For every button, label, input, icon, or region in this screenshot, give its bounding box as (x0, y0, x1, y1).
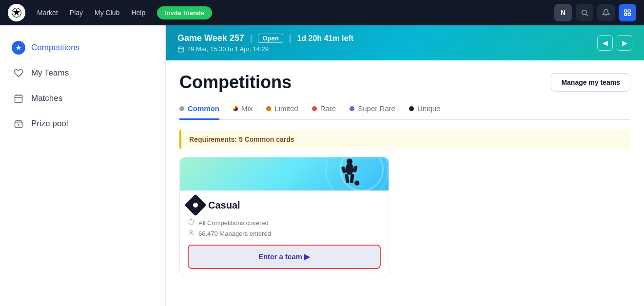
calendar-icon (177, 46, 184, 53)
gameweek-banner: Game Week 257 | Open | 1d 20h 41m left 2… (166, 25, 644, 60)
search-button[interactable] (576, 4, 593, 21)
tab-common[interactable]: Common (179, 104, 219, 120)
tab-unique[interactable]: Unique (409, 104, 441, 120)
svg-line-4 (586, 14, 588, 16)
invite-friends-button[interactable]: Invite friends (157, 6, 212, 19)
menu-button[interactable] (619, 4, 636, 21)
page-header: Competitions Manage my teams (179, 72, 630, 93)
svg-point-27 (190, 230, 193, 233)
card-body: Casual All Competitions covered (180, 191, 389, 276)
competition-card-casual: Casual All Competitions covered (179, 157, 389, 276)
svg-rect-16 (178, 47, 184, 52)
competitions-icon (12, 41, 25, 55)
coverage-row: All Competitions covered (188, 219, 381, 227)
nav-links: Market Play My Club Help Invite friends (37, 6, 543, 19)
top-navigation: Market Play My Club Help Invite friends … (0, 0, 644, 25)
mix-dot (233, 106, 238, 111)
limited-dot (266, 106, 271, 111)
main-layout: Competitions My Teams Matches (0, 25, 644, 306)
topnav-right: N (554, 4, 636, 21)
sidebar-item-competitions[interactable]: Competitions (0, 35, 165, 60)
main-content: Game Week 257 | Open | 1d 20h 41m left 2… (166, 25, 644, 306)
tab-super-rare[interactable]: Super Rare (350, 104, 395, 120)
svg-rect-5 (624, 10, 627, 12)
gameweek-name: Game Week 257 (177, 33, 244, 43)
nav-market[interactable]: Market (37, 9, 58, 17)
managers-row: 66,470 Managers entered (188, 230, 381, 238)
card-name-row: Casual (188, 197, 381, 213)
app-logo (8, 4, 25, 21)
gameweek-status: Open (258, 34, 283, 43)
shield-icon (188, 219, 195, 227)
prev-gameweek-button[interactable]: ◀ (597, 35, 613, 51)
notification-button[interactable] (597, 4, 615, 21)
card-meta: All Competitions covered 66,470 Managers… (188, 219, 381, 238)
gameweek-nav-arrows: ◀ ▶ (597, 35, 632, 51)
gameweek-info: Game Week 257 | Open | 1d 20h 41m left 2… (177, 33, 353, 53)
competition-tabs: Common Mix Limited Rare Super Rare (179, 104, 630, 120)
unique-dot (409, 106, 414, 111)
sidebar-prizepool-label: Prize pool (31, 119, 68, 129)
sidebar-item-myteams[interactable]: My Teams (0, 60, 165, 86)
card-name: Casual (208, 200, 240, 211)
svg-rect-7 (624, 13, 627, 16)
enter-team-button[interactable]: Enter a team ▶ (188, 245, 381, 269)
svg-rect-6 (628, 10, 630, 12)
sidebar-item-matches[interactable]: Matches (0, 86, 165, 111)
gameweek-time-left: 1d 20h 41m left (297, 34, 353, 43)
gameweek-date: 29 Mar, 15:30 to 1 Apr, 14:29 (177, 45, 353, 53)
person-icon (188, 230, 195, 238)
user-avatar-button[interactable]: N (554, 4, 572, 21)
sidebar: Competitions My Teams Matches (0, 25, 166, 306)
sidebar-competitions-label: Competitions (31, 43, 79, 53)
matches-icon (12, 92, 25, 105)
gameweek-top: Game Week 257 | Open | 1d 20h 41m left (177, 33, 353, 43)
tab-rare[interactable]: Rare (312, 104, 336, 120)
page-title: Competitions (179, 72, 292, 93)
competitions-content: Competitions Manage my teams Common Mix … (166, 60, 644, 306)
super-rare-dot (350, 106, 354, 111)
svg-rect-9 (15, 95, 22, 102)
common-dot (179, 106, 184, 111)
prizepool-icon (12, 117, 25, 131)
svg-point-3 (582, 10, 586, 15)
casual-icon (184, 194, 206, 216)
svg-rect-8 (628, 13, 630, 16)
sidebar-item-prizepool[interactable]: Prize pool (0, 111, 165, 136)
rare-dot (312, 106, 317, 111)
nav-myclub[interactable]: My Club (95, 9, 119, 17)
requirements-banner: Requirements: 5 Common cards (179, 130, 630, 149)
tab-mix[interactable]: Mix (233, 104, 253, 120)
tab-limited[interactable]: Limited (266, 104, 298, 120)
nav-play[interactable]: Play (70, 9, 83, 17)
sidebar-myteams-label: My Teams (31, 68, 69, 78)
sidebar-matches-label: Matches (31, 94, 62, 103)
myteams-icon (12, 66, 25, 80)
nav-help[interactable]: Help (131, 9, 145, 17)
manage-teams-button[interactable]: Manage my teams (551, 73, 630, 92)
next-gameweek-button[interactable]: ▶ (617, 35, 632, 51)
card-image (180, 157, 389, 191)
